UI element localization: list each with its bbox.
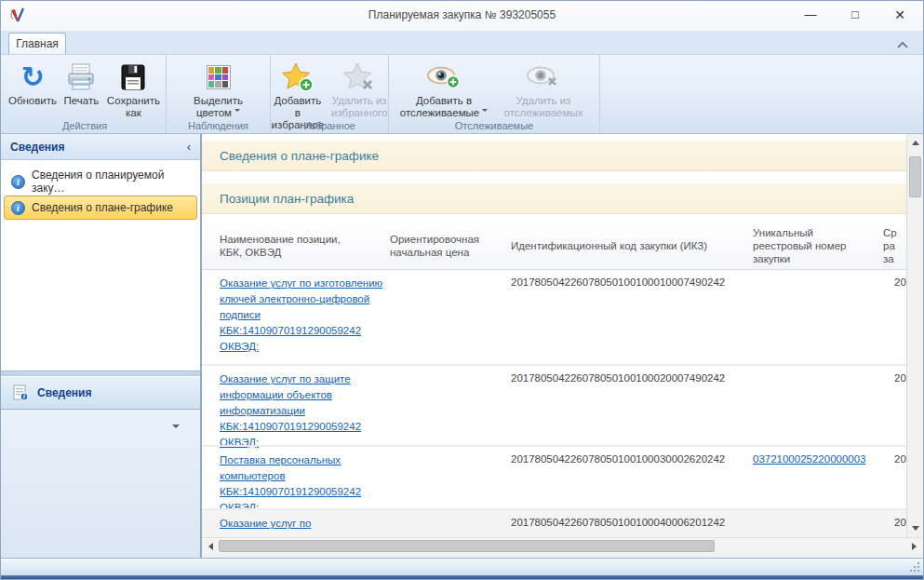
horizontal-scrollbar-thumb[interactable] xyxy=(219,540,715,552)
position-name-link[interactable]: Оказание услуг по защите информации объе… xyxy=(220,373,351,416)
column-header-placement: Ср ра за xyxy=(883,222,906,270)
refresh-button[interactable]: ↻ Обновить xyxy=(6,57,60,110)
horizontal-scrollbar[interactable] xyxy=(202,537,923,553)
ribbon-group-observations: Выделить цветом Наблюдения xyxy=(167,55,271,133)
title-bar: Планируемая закупка № 393205055 — □ ✕ xyxy=(1,1,923,31)
star-remove-icon xyxy=(342,61,376,93)
save-as-button-label: Сохранить как xyxy=(107,95,160,118)
column-header-name: Наименование позиции, КБК, ОКВЭД xyxy=(220,222,382,270)
kbk-link[interactable]: КБК:14109070191290059242 xyxy=(220,486,361,497)
ikz-value: 201780504226078050100100020007490242 xyxy=(511,372,725,384)
placement-value: 20 xyxy=(894,277,906,288)
add-to-tracked-button[interactable]: Добавить в отслеживаемые xyxy=(395,57,493,122)
plan-schedule-panel: Сведения о плане-графике Позиции план-гр… xyxy=(202,134,906,537)
table-header-row: Наименование позиции, КБК, ОКВЭД Ориенти… xyxy=(202,222,906,270)
app-window: Планируемая закупка № 393205055 — □ ✕ Гл… xyxy=(0,0,924,580)
ribbon-group-tracked: Добавить в отслеживаемые Удалить из отсл… xyxy=(389,55,600,133)
table-row: Оказание услуг по изготовлению ключей эл… xyxy=(202,270,906,364)
group-label-tracked: Отслеживаемые xyxy=(389,120,599,131)
ribbon-group-favorites: Добавить в избранное Удалить из избранно… xyxy=(271,55,389,133)
kbk-link[interactable]: КБК:14109070191290059242 xyxy=(220,421,361,432)
ikz-value: 201780504226078050100100010007490242 xyxy=(511,277,725,288)
sidebar-collapse-icon[interactable]: ‹ xyxy=(187,140,191,154)
save-icon xyxy=(118,62,148,92)
window-bottom-edge xyxy=(1,575,923,579)
refresh-button-label: Обновить xyxy=(8,95,57,106)
status-bar xyxy=(1,558,923,575)
sidebar-header: Сведения ‹ xyxy=(1,134,200,160)
table-body: Оказание услуг по изготовлению ключей эл… xyxy=(202,270,906,537)
registry-number-link[interactable]: 0372100025220000003 xyxy=(753,453,866,465)
column-header-ikz: Идентификационный код закупки (ИКЗ) xyxy=(511,222,753,270)
sidebar: Сведения ‹ i Сведения о планируемой заку… xyxy=(1,134,202,558)
column-header-registry-number: Уникальный реестровый номер закупки xyxy=(753,222,864,270)
printer-icon xyxy=(65,62,97,92)
maximize-button-icon[interactable]: □ xyxy=(845,5,865,25)
position-name-link[interactable]: Оказание услуг по изготовлению ключей эл… xyxy=(220,277,382,320)
group-label-favorites: Избранное xyxy=(271,120,388,131)
star-add-icon xyxy=(281,61,315,93)
color-palette-icon xyxy=(207,65,231,89)
content-pane: Сведения о плане-графике Позиции план-гр… xyxy=(202,134,923,558)
add-to-tracked-label: Добавить в отслеживаемые xyxy=(400,95,479,118)
placement-value: 20 xyxy=(894,517,906,528)
column-header-price: Ориентировочная начальная цена xyxy=(390,222,506,270)
configure-buttons-icon[interactable] xyxy=(172,425,180,432)
sidebar-item-label: Сведения о плане-графике xyxy=(32,201,173,214)
remove-from-tracked-label: Удалить из отслеживаемых xyxy=(504,95,583,118)
info-icon: i xyxy=(11,175,25,189)
ikz-value: 201780504226078050100100040006201242 xyxy=(511,517,725,528)
refresh-icon: ↻ xyxy=(20,62,44,92)
print-button-label: Печать xyxy=(64,95,100,106)
scroll-left-icon[interactable] xyxy=(203,538,219,554)
scroll-down-icon[interactable] xyxy=(907,520,923,536)
okved-link[interactable]: ОКВЭД: xyxy=(220,341,259,352)
section-header-positions: Позиции план-графика xyxy=(202,183,906,214)
sidebar-item-label: Сведения о планируемой заку… xyxy=(32,169,190,195)
placement-value: 20 xyxy=(894,372,906,384)
sidebar-item-plan-schedule-info[interactable]: i Сведения о плане-графике xyxy=(4,196,197,220)
sidebar-title: Сведения xyxy=(10,141,187,154)
resize-grip[interactable] xyxy=(917,562,919,564)
print-button[interactable]: Печать xyxy=(60,57,103,110)
remove-from-favorites-button[interactable]: Удалить из избранного xyxy=(328,57,391,122)
tab-glavnaya[interactable]: Главная xyxy=(8,33,66,54)
table-row: Поставка персональных компьютеров КБК:14… xyxy=(202,445,906,508)
minimize-button-icon[interactable]: — xyxy=(800,5,821,25)
kbk-link[interactable]: КБК:14109070191290059242 xyxy=(220,325,361,336)
remove-from-favorites-label: Удалить из избранного xyxy=(331,95,387,118)
sidebar-details-button-label: Сведения xyxy=(37,386,91,399)
sidebar-footer xyxy=(1,410,200,559)
vertical-scrollbar[interactable] xyxy=(906,134,923,537)
dropdown-arrow-icon xyxy=(482,109,488,115)
ribbon: ↻ Обновить Печать xyxy=(1,54,923,134)
sidebar-item-list: i Сведения о планируемой заку… i Сведени… xyxy=(1,160,200,371)
eye-remove-icon xyxy=(526,65,561,89)
section-header-plan-schedule: Сведения о плане-графике xyxy=(202,141,906,171)
group-label-observations: Наблюдения xyxy=(167,120,270,131)
details-icon: i xyxy=(12,384,29,401)
collapse-ribbon-icon[interactable] xyxy=(895,38,910,51)
position-name-link[interactable]: Оказание услуг по сопровождению xyxy=(220,518,311,537)
svg-text:i: i xyxy=(23,393,25,399)
window-title: Планируемая закупка № 393205055 xyxy=(1,8,923,21)
dropdown-arrow-icon xyxy=(234,109,240,115)
eye-add-icon xyxy=(426,65,462,89)
highlight-color-button[interactable]: Выделить цветом xyxy=(186,57,251,122)
scroll-up-icon[interactable] xyxy=(907,135,923,151)
save-as-button[interactable]: Сохранить как xyxy=(103,57,164,122)
remove-from-tracked-button[interactable]: Удалить из отслеживаемых xyxy=(493,57,594,122)
ikz-value: 201780504226078050100100030002620242 xyxy=(511,453,725,465)
scroll-right-icon[interactable] xyxy=(906,538,922,554)
placement-value: 20 xyxy=(894,453,906,465)
table-row: Оказание услуг по сопровождению 20178050… xyxy=(202,508,906,537)
sidebar-details-button[interactable]: i Сведения xyxy=(1,376,200,410)
sidebar-item-planned-purchase-info[interactable]: i Сведения о планируемой заку… xyxy=(4,169,197,194)
position-name-link[interactable]: Поставка персональных компьютеров xyxy=(220,454,341,481)
close-button-icon[interactable]: ✕ xyxy=(890,5,910,25)
group-label-actions: Действия xyxy=(4,120,166,131)
vertical-scrollbar-thumb[interactable] xyxy=(909,156,921,197)
info-icon: i xyxy=(11,201,25,215)
ribbon-group-actions: ↻ Обновить Печать xyxy=(4,55,167,133)
table-row: Оказание услуг по защите информации объе… xyxy=(202,364,906,445)
